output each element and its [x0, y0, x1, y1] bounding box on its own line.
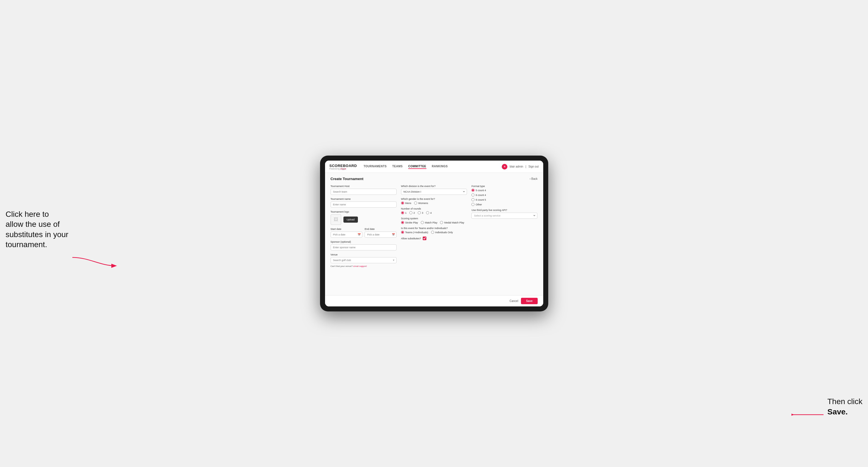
rounds-1-radio[interactable] — [401, 211, 404, 214]
sponsor-input[interactable] — [331, 244, 397, 250]
scoring-api-group: Use third-party live scoring API? Select… — [471, 209, 537, 219]
start-date-wrap: 📅 — [331, 231, 363, 238]
venue-dropdown-icon: ▼ — [393, 259, 395, 261]
scoring-match-option[interactable]: Match Play — [421, 221, 437, 224]
nav-teams[interactable]: TEAMS — [393, 164, 403, 169]
rounds-2-option[interactable]: 2 — [409, 211, 415, 214]
venue-select-wrap: ▼ — [331, 257, 397, 263]
scoring-api-select-wrap: Select a scoring service — [471, 213, 537, 219]
page-header: Create Tournament ‹ Back — [331, 177, 538, 181]
format-6count4-option[interactable]: 6 count 4 — [471, 193, 537, 196]
tablet-screen: SCOREBOARD Powered by clippd TOURNAMENTS… — [325, 161, 543, 306]
scoring-api-label: Use third-party live scoring API? — [471, 209, 537, 212]
tablet-shell: SCOREBOARD Powered by clippd TOURNAMENTS… — [320, 156, 548, 311]
tournament-host-group: Tournament Host — [331, 185, 397, 195]
calendar-icon: 📅 — [358, 233, 361, 236]
scoring-stroke-option[interactable]: Stroke Play — [401, 221, 418, 224]
rounds-1-option[interactable]: 1 — [401, 211, 407, 214]
rounds-4-radio[interactable] — [426, 211, 429, 214]
sign-out-link[interactable]: Sign out — [528, 165, 539, 168]
tournament-host-input[interactable] — [331, 189, 397, 195]
format-other-row: Other — [471, 203, 537, 206]
venue-label: Venue — [331, 253, 397, 256]
gender-womens-radio[interactable] — [414, 201, 417, 205]
format-other-option[interactable]: Other — [471, 203, 482, 206]
scoring-api-select[interactable]: Select a scoring service — [471, 213, 537, 219]
scoring-match-radio[interactable] — [421, 221, 424, 224]
nav-tournaments[interactable]: TOURNAMENTS — [364, 164, 386, 169]
format-type-group: Format type 5 count 4 6 count 4 — [471, 185, 537, 206]
rounds-group: Number of rounds 1 2 — [401, 207, 467, 214]
form-col-1: Tournament Host Tournament name Tourname… — [331, 185, 397, 268]
end-date-label: End date — [365, 228, 397, 230]
division-select-wrap: NCAA Division I — [401, 189, 467, 195]
user-name: blair admin — [509, 165, 523, 168]
gender-womens-option[interactable]: Womens — [414, 201, 428, 205]
event-individuals-radio[interactable] — [431, 231, 434, 234]
event-type-radio-group: Teams (+Individuals) Individuals Only — [401, 231, 467, 234]
format-6count5-radio[interactable] — [471, 198, 474, 201]
event-type-label: Is this event for Teams and/or Individua… — [401, 227, 467, 229]
event-type-group: Is this event for Teams and/or Individua… — [401, 227, 467, 234]
event-teams-radio[interactable] — [401, 231, 404, 234]
save-button[interactable]: Save — [521, 298, 537, 304]
form-grid: Tournament Host Tournament name Tourname… — [331, 185, 538, 268]
rounds-3-radio[interactable] — [418, 211, 421, 214]
tournament-name-group: Tournament name — [331, 197, 397, 208]
annotation-right: Then click Save. — [827, 397, 862, 417]
tournament-logo-group: Tournament logo 🖼 Upload — [331, 210, 397, 225]
nav-committee[interactable]: COMMITTEE — [408, 164, 426, 169]
rounds-4-option[interactable]: 4 — [426, 211, 432, 214]
division-group: Which division is the event for? NCAA Di… — [401, 185, 467, 195]
arrow-right-icon — [792, 409, 825, 420]
gender-group: Which gender is the event for? Mens Wome… — [401, 197, 467, 205]
tournament-name-input[interactable] — [331, 201, 397, 208]
format-6count5-option[interactable]: 6 count 5 — [471, 198, 537, 201]
scoring-stroke-radio[interactable] — [401, 221, 404, 224]
cancel-button[interactable]: Cancel — [509, 300, 518, 303]
scoring-medal-radio[interactable] — [440, 221, 443, 224]
annotation-left: Click here to allow the use of substitut… — [6, 209, 68, 250]
page-footer: Cancel Save — [325, 295, 543, 306]
format-6count4-radio[interactable] — [471, 193, 474, 196]
scoring-medal-option[interactable]: Medal Match Play — [440, 221, 464, 224]
arrow-left-icon — [72, 255, 117, 269]
form-col-3: Format type 5 count 4 6 count 4 — [471, 185, 537, 268]
date-group: Start date 📅 End date 📅 — [331, 228, 397, 238]
form-col-2: Which division is the event for? NCAA Di… — [401, 185, 467, 268]
nav-rankings[interactable]: RANKINGS — [432, 164, 448, 169]
event-individuals-option[interactable]: Individuals Only — [431, 231, 453, 234]
email-support-link[interactable]: email support — [353, 265, 367, 268]
page-content: Create Tournament ‹ Back Tournament Host… — [325, 173, 543, 295]
start-date-group: Start date 📅 — [331, 228, 363, 238]
tournament-host-label: Tournament Host — [331, 185, 397, 188]
format-options: 5 count 4 6 count 4 6 count 5 — [471, 189, 537, 206]
scoring-system-label: Scoring system — [401, 217, 467, 220]
nav-bar: SCOREBOARD Powered by clippd TOURNAMENTS… — [325, 161, 543, 173]
gender-mens-option[interactable]: Mens — [401, 201, 411, 205]
tournament-name-label: Tournament name — [331, 197, 397, 200]
logo-upload-row: 🖼 Upload — [331, 214, 397, 225]
event-teams-option[interactable]: Teams (+Individuals) — [401, 231, 428, 234]
nav-links: TOURNAMENTS TEAMS COMMITTEE RANKINGS — [364, 164, 502, 169]
user-avatar: B — [502, 164, 507, 169]
logo-scoreboard: SCOREBOARD — [330, 164, 357, 168]
format-other-radio[interactable] — [471, 203, 474, 206]
format-5count4-option[interactable]: 5 count 4 — [471, 189, 537, 192]
nav-separator: | — [525, 165, 526, 168]
division-select[interactable]: NCAA Division I — [401, 189, 467, 195]
gender-label: Which gender is the event for? — [401, 197, 467, 200]
venue-input[interactable] — [331, 257, 397, 263]
gender-radio-group: Mens Womens — [401, 201, 467, 205]
rounds-3-option[interactable]: 3 — [418, 211, 423, 214]
calendar-icon-2: 📅 — [392, 233, 395, 236]
nav-user-area: B blair admin | Sign out — [502, 164, 538, 169]
upload-button[interactable]: Upload — [343, 217, 358, 223]
sponsor-group: Sponsor (optional) — [331, 241, 397, 250]
back-link[interactable]: ‹ Back — [530, 177, 537, 180]
rounds-2-radio[interactable] — [409, 211, 412, 214]
substitutes-checkbox[interactable] — [423, 237, 426, 240]
date-row: Start date 📅 End date 📅 — [331, 228, 397, 238]
format-5count4-radio[interactable] — [471, 189, 474, 192]
gender-mens-radio[interactable] — [401, 201, 404, 205]
